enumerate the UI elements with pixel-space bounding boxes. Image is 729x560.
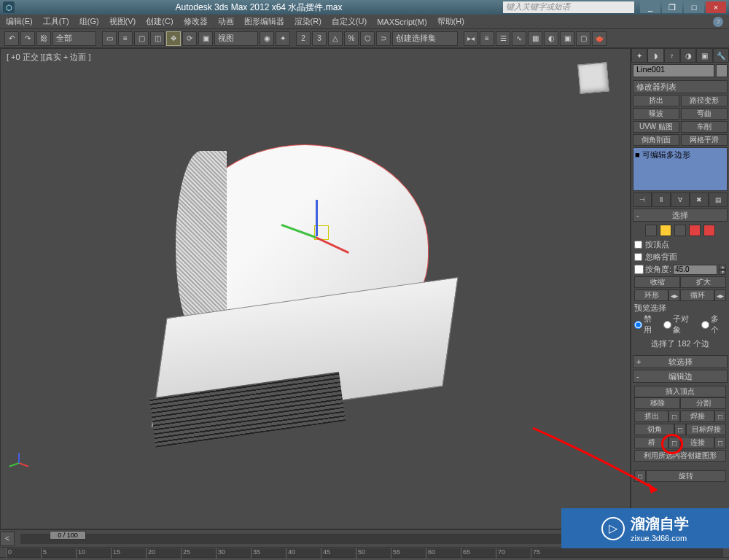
snap-2d-button[interactable]: 2 (296, 31, 311, 46)
by-angle-checkbox[interactable] (634, 265, 644, 274)
viewport[interactable]: [ +0 正交 ][真实 + 边面 ] (0, 48, 631, 529)
render-frame-button[interactable]: ▢ (576, 31, 590, 46)
rollout-selection[interactable]: -选择 (633, 209, 728, 222)
motion-tab[interactable]: ◑ (680, 48, 696, 63)
extrude-settings-button[interactable]: □ (668, 411, 680, 422)
utilities-tab[interactable]: 🔧 (713, 48, 729, 63)
menu-create[interactable]: 创建(C) (146, 16, 173, 27)
pivot-button[interactable]: ◉ (260, 31, 274, 46)
subobj-element-icon[interactable] (703, 225, 715, 236)
close-button[interactable]: × (706, 1, 726, 13)
ignore-backfacing-checkbox[interactable] (634, 253, 642, 261)
mod-meshsmooth[interactable]: 网格平滑 (681, 134, 728, 146)
move-button[interactable]: ✥ (166, 31, 181, 46)
angle-down[interactable]: ▾ (719, 270, 726, 275)
timeline-left-button[interactable]: < (0, 532, 15, 546)
select-region-button[interactable]: ▢ (134, 31, 149, 46)
render-button[interactable]: 🫖 (592, 31, 607, 46)
menu-tools[interactable]: 工具(T) (43, 16, 69, 27)
preview-multi-radio[interactable] (701, 321, 709, 329)
display-tab[interactable]: ▣ (696, 48, 712, 63)
by-vertex-checkbox[interactable] (634, 241, 642, 249)
menu-animation[interactable]: 动画 (218, 16, 234, 27)
curve-editor-button[interactable]: ∿ (512, 31, 526, 46)
menu-group[interactable]: 组(G) (79, 16, 99, 27)
split-button[interactable]: 分割 (680, 397, 726, 409)
rotate-button[interactable]: ⟳ (182, 31, 197, 46)
menu-edit[interactable]: 编辑(E) (6, 16, 33, 27)
rollout-edit-edges[interactable]: -编辑边 (633, 370, 728, 383)
weld-button[interactable]: 焊接 (680, 411, 714, 422)
percent-snap-button[interactable]: % (344, 31, 359, 46)
mod-pathdeform[interactable]: 路径变形 (681, 95, 728, 106)
subobj-border-icon[interactable] (674, 225, 686, 236)
help-search[interactable]: 键入关键字或短语 (503, 1, 634, 13)
align-button[interactable]: ≡ (480, 31, 494, 46)
restore-button[interactable]: ❐ (662, 1, 682, 13)
viewport-label[interactable]: [ +0 正交 ][真实 + 边面 ] (7, 52, 91, 63)
menu-maxscript[interactable]: MAXScript(M) (377, 18, 426, 26)
configure-button[interactable]: ▤ (709, 192, 728, 207)
view-cube[interactable] (572, 63, 615, 107)
edit-tri-button[interactable]: □ (634, 470, 646, 482)
preview-off-radio[interactable] (634, 321, 642, 329)
target-weld-button[interactable]: 目标焊接 (686, 424, 726, 435)
spinner-snap-button[interactable]: ⬡ (360, 31, 375, 46)
menu-graph[interactable]: 图形编辑器 (244, 16, 284, 27)
link-button[interactable]: ⛓ (36, 31, 51, 46)
insert-vertex-button[interactable]: 插入顶点 (634, 386, 726, 397)
bridge-settings-button[interactable]: □ (668, 437, 680, 448)
stack-item-editable-poly[interactable]: ■ 可编辑多边形 (635, 149, 725, 160)
chamfer-button[interactable]: 切角 (634, 424, 674, 435)
object-name-field[interactable]: Line001 (633, 64, 714, 77)
grow-button[interactable]: 扩大 (680, 276, 726, 288)
rollout-soft-selection[interactable]: +软选择 (633, 355, 728, 368)
layers-button[interactable]: ☰ (496, 31, 510, 46)
loop-spinner[interactable]: ◂▸ (714, 289, 726, 301)
mod-uvwmap[interactable]: UVW 贴图 (633, 121, 679, 133)
preview-subobj-radio[interactable] (663, 321, 671, 329)
mod-bevelprofile[interactable]: 倒角剖面 (633, 134, 679, 146)
mirror-button[interactable]: ▸◂ (464, 31, 478, 46)
subobj-vertex-icon[interactable] (645, 225, 657, 236)
window-crossing-button[interactable]: ◫ (150, 31, 165, 46)
create-shape-button[interactable]: 利用所选内容创建图形 (634, 450, 726, 462)
object-color-swatch[interactable] (716, 64, 728, 77)
mod-noise[interactable]: 噪波 (633, 108, 679, 120)
named-sel-set[interactable]: 创建选择集 (392, 31, 458, 46)
rotate-button-2[interactable]: 旋转 (646, 470, 726, 482)
unique-button[interactable]: ∀ (671, 192, 690, 207)
hierarchy-tab[interactable]: ♀ (664, 48, 680, 63)
time-slider-handle[interactable]: 0 / 100 (50, 531, 86, 540)
angle-snap-button[interactable]: △ (328, 31, 343, 46)
subobj-polygon-icon[interactable] (689, 225, 701, 236)
connect-settings-button[interactable]: □ (714, 437, 726, 448)
maximize-button[interactable]: □ (684, 1, 704, 13)
material-button[interactable]: ◐ (544, 31, 558, 46)
loop-button[interactable]: 循环 (680, 289, 714, 301)
select-button[interactable]: ▭ (102, 31, 117, 46)
menu-render[interactable]: 渲染(R) (295, 16, 321, 27)
remove-button[interactable]: 移除 (634, 397, 680, 409)
menu-customize[interactable]: 自定义(U) (332, 16, 367, 27)
selection-filter[interactable]: 全部 (52, 31, 96, 46)
help-icon[interactable]: ? (713, 17, 723, 27)
render-setup-button[interactable]: ▣ (560, 31, 574, 46)
angle-spinner[interactable]: 45.0 (673, 265, 717, 275)
redo-button[interactable]: ↷ (20, 31, 35, 46)
time-ruler[interactable]: 051015202530354045505560657075 (0, 547, 729, 557)
subobj-edge-icon[interactable] (660, 225, 671, 236)
snap-3d-button[interactable]: 3 (312, 31, 327, 46)
mod-bend[interactable]: 弯曲 (681, 108, 728, 120)
remove-mod-button[interactable]: ✖ (690, 192, 709, 207)
magnet-button[interactable]: ⊃ (376, 31, 391, 46)
connect-button[interactable]: 连接 (680, 437, 714, 448)
create-tab[interactable]: ✦ (631, 48, 647, 63)
schematic-button[interactable]: ▦ (528, 31, 542, 46)
shrink-button[interactable]: 收缩 (634, 276, 680, 288)
menu-modifiers[interactable]: 修改器 (184, 16, 208, 27)
extrude-button[interactable]: 挤出 (634, 411, 668, 422)
minimize-button[interactable]: _ (640, 1, 660, 13)
scale-button[interactable]: ▣ (198, 31, 213, 46)
menu-help[interactable]: 帮助(H) (437, 16, 464, 27)
